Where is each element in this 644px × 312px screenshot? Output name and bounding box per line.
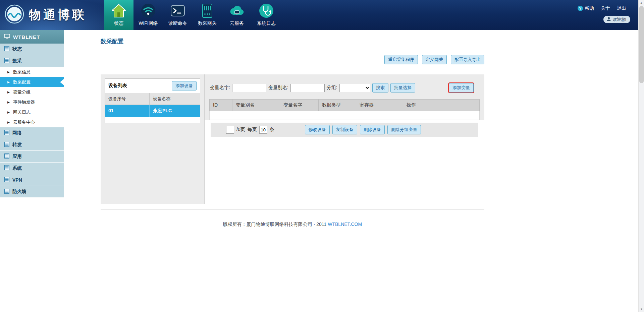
triangle-icon [7,90,11,94]
cloud-icon [229,3,245,18]
per-page-input[interactable] [259,126,267,134]
sidebar-item-application[interactable]: 应用 [0,151,64,163]
sidebar-item-vpn[interactable]: VPN [0,174,64,186]
restart-collector-button[interactable]: 重启采集程序 [384,55,418,64]
col-datatype: 数据类型 [319,100,356,111]
sidebar-item-status[interactable]: 状态 [0,44,64,55]
delete-device-button[interactable]: 删除设备 [360,125,385,134]
sidebar-item-label: 数采配置 [13,79,31,85]
tab-diagnostic-command[interactable]: 诊断命令 [163,0,193,30]
unit-label: 条 [270,127,274,133]
tab-label: 云服务 [230,20,244,26]
device-card: 设备列表 添加设备 设备序号 设备名称 01 永宏PLC [105,78,200,123]
variables-search-row: 变量名字: 变量别名: 分组: 搜索 批量选择 添加变量 [205,83,484,99]
add-variable-button[interactable]: 添加变量 [449,83,474,92]
tab-cloud-service[interactable]: 云服务 [222,0,252,30]
sidebar-item-label: 变量分组 [13,89,31,95]
sidebar-item-variable-group[interactable]: 变量分组 [0,87,64,97]
page-title: 数采配置 [101,30,484,45]
tab-wifi-network[interactable]: WIFI网络 [133,0,163,30]
tab-label: 诊断命令 [168,20,187,26]
device-list-panel: 设备列表 添加设备 设备序号 设备名称 01 永宏PLC [101,74,205,204]
sidebar-item-gateway-log[interactable]: 网关日志 [0,107,64,117]
sidebar-item-label: 转发 [12,142,22,148]
variables-table: ID 变量别名 变量名字 数据类型 寄存器 操作 [209,99,480,120]
device-col-name: 设备名称 [150,93,200,105]
help-label: 帮助 [585,5,594,11]
list-icon [4,58,9,64]
modify-device-button[interactable]: 修改设备 [305,125,330,134]
page-scrollbar[interactable] [638,0,644,312]
config-import-export-button[interactable]: 配置导入导出 [451,55,484,64]
sidebar-item-system[interactable]: 系统 [0,163,64,174]
var-alias-label: 变量别名: [268,85,288,91]
variables-footer-area: /0页 每页 条 修改设备 复制设备 删除设备 删除分组变量 [205,120,484,204]
group-label: 分组: [327,85,337,91]
col-actions: 操作 [403,100,479,111]
sidebar-item-da-config[interactable]: 数采配置 [0,77,64,87]
logout-link[interactable]: 退出 [617,5,626,11]
sidebar-item-forwarding[interactable]: 转发 [0,139,64,151]
sidebar-item-da-info[interactable]: 数采信息 [0,67,64,77]
home-icon [111,3,126,18]
sidebar-item-label: 云服务中心 [13,119,35,125]
per-page-label: 每页 [248,127,257,133]
sidebar-item-firewall[interactable]: 防火墙 [0,186,64,198]
top-header: 物通博联 状态 WIFI网络 [0,0,638,30]
sidebar-item-data-acquisition[interactable]: 数采 [0,55,64,67]
footer-site-link[interactable]: WTBLNET.COM [328,222,362,227]
delete-group-vars-button[interactable]: 删除分组变量 [387,125,421,134]
var-alias-input[interactable] [290,84,325,92]
batch-select-button[interactable]: 批量选择 [390,83,415,92]
tab-label: 数采网关 [198,20,217,26]
search-button[interactable]: 搜索 [372,83,388,92]
page-toolbar: 重启采集程序 定义网关 配置导入导出 [101,55,484,64]
logout-label: 退出 [617,5,626,11]
tab-data-gateway[interactable]: 数采网关 [193,0,222,30]
define-gateway-button[interactable]: 定义网关 [422,55,447,64]
sidebar-item-label: 网络 [12,130,22,136]
sidebar-item-network[interactable]: 网络 [0,127,64,139]
scrollbar-down-icon[interactable] [639,306,644,312]
sidebar-item-label: VPN [12,177,22,183]
group-select[interactable] [339,84,370,92]
device-table-header: 设备序号 设备名称 [105,93,200,105]
about-link[interactable]: 关于 [601,5,610,11]
sidebar-title: WTBLNET [13,34,40,40]
triangle-icon [7,70,11,74]
col-alias: 变量别名 [232,100,280,111]
variables-empty-row [209,111,480,120]
tab-status[interactable]: 状态 [104,0,133,30]
device-row[interactable]: 01 永宏PLC [105,105,200,117]
sidebar: WTBLNET 状态 数采 数采信息 数采配置 变量分组 事件触发器 网关日志 … [0,30,64,312]
sidebar-item-label: 系统 [12,165,22,171]
welcome-text: 欢迎您! [613,17,626,22]
logo-text: 物通博联 [29,7,87,23]
device-action-buttons: 修改设备 复制设备 删除设备 删除分组变量 [305,125,421,134]
sidebar-item-label: 防火墙 [12,189,26,195]
add-device-button[interactable]: 添加设备 [172,81,197,90]
sidebar-item-event-trigger[interactable]: 事件触发器 [0,97,64,107]
device-name: 永宏PLC [150,105,200,117]
copy-device-button[interactable]: 复制设备 [332,125,357,134]
var-name-label: 变量名字: [210,85,230,91]
logo-globe-icon [5,4,24,25]
var-name-input[interactable] [232,84,266,92]
scrollbar-thumb[interactable] [639,6,644,83]
scrollbar-up-icon[interactable] [639,0,644,6]
list-icon [4,142,9,148]
help-icon: ? [578,6,583,11]
stethoscope-icon [259,3,274,18]
triangle-icon [7,80,11,84]
variables-panel: 变量名字: 变量别名: 分组: 搜索 批量选择 添加变量 ID 变量别名 [205,74,484,204]
sidebar-item-cloud-service-center[interactable]: 云服务中心 [0,117,64,127]
page-input[interactable] [226,126,234,134]
welcome-badge[interactable]: 欢迎您! [603,16,630,23]
tab-system-log[interactable]: 系统日志 [252,0,281,30]
footer-divider-bottom [101,217,484,217]
list-icon [4,130,9,136]
variables-search-block: 变量名字: 变量别名: 分组: 搜索 批量选择 添加变量 ID 变量别名 [205,74,484,120]
tab-label: WIFI网络 [139,20,158,26]
top-navigation: 状态 WIFI网络 诊断命令 [104,0,281,30]
help-link[interactable]: ? 帮助 [578,5,594,11]
